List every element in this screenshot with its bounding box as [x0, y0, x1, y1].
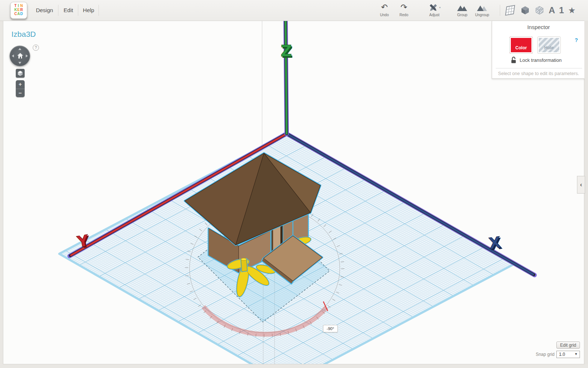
divider	[58, 5, 58, 16]
z-axis-marker[interactable]: Z Z	[281, 42, 293, 61]
menu-edit[interactable]: Edit	[60, 0, 77, 21]
nav-help-button[interactable]: ?	[33, 45, 39, 51]
x-axis-marker[interactable]: X X	[488, 233, 503, 254]
inspector-title: Inspector	[492, 24, 585, 30]
numbers-tool[interactable]: 1	[559, 2, 564, 18]
lock-transformation-control[interactable]: Lock transformation	[510, 56, 517, 64]
group-icon	[453, 3, 472, 13]
cube-icon	[17, 70, 23, 77]
inspector-panel: Inspector Color Hole ? Lock transformati…	[492, 21, 585, 79]
zoom-out-button[interactable]: −	[16, 89, 25, 97]
rotation-angle-readout: -90°	[323, 325, 338, 332]
orbit-up-arrow-icon[interactable]	[18, 48, 21, 50]
letters-tool[interactable]: A	[549, 2, 555, 18]
divider	[78, 5, 78, 16]
hole-swatch-button[interactable]: Hole	[537, 36, 561, 54]
svg-text:Z: Z	[281, 42, 292, 60]
snap-grid-select[interactable]: 1.0 ▼	[556, 351, 580, 358]
panel-collapse-tab[interactable]: ‹	[577, 176, 585, 194]
view-navigation-pad[interactable]	[10, 46, 30, 66]
solid-shape-tool-icon[interactable]	[520, 5, 530, 16]
menu-help[interactable]: Help	[79, 0, 98, 21]
svg-text:X: X	[488, 233, 502, 253]
home-view-button[interactable]	[16, 52, 24, 60]
orbit-down-arrow-icon[interactable]	[18, 62, 21, 64]
shape-library-tools: A 1 ★	[504, 2, 576, 18]
ungroup-button[interactable]: Ungroup	[472, 3, 492, 17]
z-axis	[286, 21, 287, 134]
adjust-button[interactable]: ▾ Adjust	[423, 3, 446, 17]
hole-shape-tool-icon[interactable]	[534, 5, 545, 16]
undo-button[interactable]: ↶ Undo	[376, 3, 393, 17]
zoom-in-button[interactable]: +	[16, 80, 25, 89]
divider	[500, 5, 500, 16]
orbit-left-arrow-icon[interactable]	[12, 54, 14, 57]
design-title: Izba3D	[11, 30, 36, 39]
group-button[interactable]: Group	[453, 3, 472, 17]
inspector-hint: Select one shape to edit its parameters.	[492, 71, 585, 76]
orbit-right-arrow-icon[interactable]	[26, 54, 28, 57]
tinkercad-app: TIN KER CAD Design Edit Help ↶ Undo ↷ Re…	[0, 0, 588, 368]
ungroup-icon	[472, 3, 492, 13]
color-swatch-button[interactable]: Color	[509, 36, 533, 54]
menu-design[interactable]: Design	[33, 0, 56, 21]
dropdown-caret-icon: ▼	[574, 352, 578, 356]
undo-icon: ↶	[376, 3, 393, 13]
redo-icon: ↷	[395, 3, 413, 13]
workplane-tool-icon[interactable]	[504, 4, 516, 16]
redo-button[interactable]: ↷ Redo	[395, 3, 413, 17]
design-canvas[interactable]: Y Y X X Z Z	[3, 21, 584, 364]
edit-grid-button[interactable]: Edit grid	[556, 342, 580, 348]
home-icon	[16, 52, 24, 60]
tinkercad-logo[interactable]: TIN KER CAD	[10, 2, 27, 19]
unlocked-padlock-icon	[510, 56, 517, 64]
inspector-help-button[interactable]: ?	[575, 37, 578, 43]
zoom-control: + −	[16, 80, 25, 97]
divider	[98, 5, 99, 16]
symbols-tool-icon[interactable]: ★	[568, 6, 576, 15]
adjust-icon: ▾	[423, 3, 446, 13]
view-cube-button[interactable]	[16, 69, 25, 78]
star-stem	[241, 258, 247, 271]
divider	[496, 68, 582, 68]
adjust-caret-icon: ▾	[439, 6, 441, 9]
top-toolbar: TIN KER CAD Design Edit Help ↶ Undo ↷ Re…	[0, 0, 588, 21]
snap-grid-label: Snap grid	[529, 352, 555, 357]
